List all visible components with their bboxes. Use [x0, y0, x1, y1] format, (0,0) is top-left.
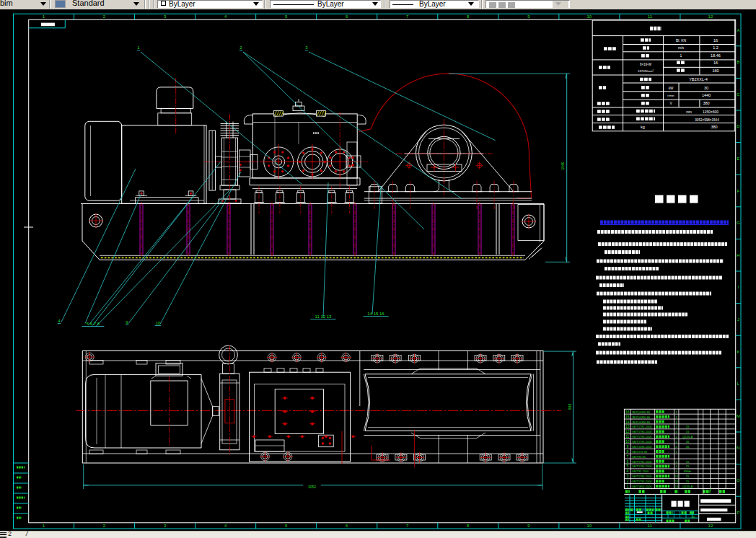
- svg-text:GB/T93-86: GB/T93-86: [632, 455, 646, 459]
- svg-text:1870N/mm²: 1870N/mm²: [638, 69, 654, 73]
- svg-text:7: 7: [626, 454, 628, 459]
- svg-text:GB/T5780-2000: GB/T5780-2000: [632, 430, 653, 433]
- svg-text:GB/T5782-2000: GB/T5782-2000: [632, 425, 653, 428]
- svg-text:14 15 16: 14 15 16: [367, 312, 384, 316]
- svg-text:C: C: [737, 92, 740, 97]
- svg-text:GB/T5780-2000: GB/T5780-2000: [632, 475, 653, 478]
- svg-text:16: 16: [713, 61, 718, 65]
- svg-text:65Mn: 65Mn: [684, 469, 692, 473]
- svg-text:M: M: [737, 414, 740, 418]
- svg-text:15: 15: [686, 425, 690, 428]
- svg-text:160: 160: [712, 69, 718, 73]
- svg-text:E: E: [737, 156, 739, 161]
- svg-text:380: 380: [703, 101, 709, 105]
- svg-text:15: 15: [686, 464, 690, 468]
- svg-text:GB/T95-2000: GB/T95-2000: [632, 469, 649, 473]
- svg-text:24: 24: [674, 485, 678, 488]
- svg-text:14: 14: [625, 420, 630, 424]
- svg-text:10: 10: [587, 14, 592, 19]
- svg-text:3052: 3052: [308, 485, 316, 489]
- svg-text:kg: kg: [641, 125, 645, 129]
- svg-text:JB/ZQ4390-86: JB/ZQ4390-86: [632, 415, 650, 419]
- svg-text:24: 24: [674, 475, 678, 478]
- svg-text:24: 24: [674, 480, 678, 483]
- svg-text:r/min: r/min: [667, 94, 674, 97]
- svg-text:1150×600: 1150×600: [703, 110, 718, 114]
- svg-text:kg: kg: [692, 515, 695, 519]
- svg-text:B: B: [737, 60, 739, 64]
- svg-text:Q235-A: Q235-A: [682, 435, 693, 438]
- svg-text:O: O: [737, 478, 740, 482]
- svg-text:6×19-W: 6×19-W: [640, 63, 652, 66]
- svg-text:K: K: [737, 350, 739, 354]
- svg-text:9: 9: [626, 444, 628, 449]
- svg-text:GB/T5780-2000: GB/T5780-2000: [632, 464, 653, 468]
- svg-text:15: 15: [625, 415, 630, 419]
- svg-text:998: 998: [568, 404, 572, 410]
- svg-text:GB/T5783-2000: GB/T5783-2000: [632, 440, 653, 444]
- svg-text:8: 8: [626, 449, 628, 454]
- svg-text:380: 380: [711, 125, 717, 129]
- svg-text:45: 45: [686, 445, 690, 449]
- svg-text:JB/ZQ4390-86: JB/ZQ4390-86: [632, 420, 650, 424]
- svg-text:45: 45: [686, 440, 690, 444]
- svg-text:3052×998×1544: 3052×998×1544: [695, 118, 719, 122]
- svg-text:15: 15: [686, 480, 690, 483]
- svg-text:F: F: [737, 189, 740, 193]
- svg-text:12: 12: [708, 14, 713, 19]
- svg-text:6: 6: [626, 459, 628, 464]
- svg-text:A: A: [737, 28, 739, 32]
- svg-text:15: 15: [686, 460, 690, 464]
- svg-text:H: H: [737, 253, 739, 257]
- svg-text:11: 11: [625, 434, 629, 438]
- svg-text:10: 10: [625, 439, 630, 444]
- svg-text:D: D: [737, 124, 740, 128]
- svg-text:30: 30: [704, 86, 708, 90]
- svg-text:10: 10: [156, 321, 161, 325]
- svg-text:mm: mm: [686, 110, 692, 114]
- svg-text:Bl. KN: Bl. KN: [676, 38, 687, 43]
- svg-text:P: P: [737, 511, 739, 515]
- svg-text:GB/T276-94: GB/T276-94: [632, 450, 648, 454]
- svg-text:m/s: m/s: [678, 45, 685, 50]
- svg-text:1440: 1440: [702, 93, 711, 97]
- svg-text:16: 16: [625, 410, 630, 414]
- svg-text:1540: 1540: [561, 162, 565, 169]
- svg-text:J: J: [737, 317, 739, 322]
- svg-text:Q235-A: Q235-A: [682, 485, 693, 488]
- svg-text:5: 5: [626, 464, 628, 468]
- svg-text:15: 15: [686, 430, 690, 433]
- svg-text:2: 2: [626, 479, 628, 483]
- svg-text:11: 11: [648, 14, 653, 19]
- svg-text:GB/T5780-2000: GB/T5780-2000: [632, 480, 653, 483]
- svg-text:1: 1: [680, 53, 682, 58]
- svg-text:GB/T1853-2000: GB/T1853-2000: [632, 485, 653, 488]
- svg-text:JB/ZQ4390-86: JB/ZQ4390-86: [632, 410, 650, 414]
- svg-text:1: 1: [626, 484, 628, 488]
- svg-text:GB/T5783-2000: GB/T5783-2000: [632, 435, 653, 438]
- svg-text:GB/T5782-2000: GB/T5782-2000: [632, 460, 653, 464]
- svg-text:15: 15: [686, 475, 690, 478]
- svg-text:12: 12: [625, 429, 630, 433]
- svg-text:N: N: [737, 446, 739, 450]
- svg-text:12: 12: [708, 524, 713, 528]
- svg-text:18.46: 18.46: [711, 53, 721, 58]
- svg-text:16: 16: [713, 38, 718, 43]
- svg-text:YB2XXL-4: YB2XXL-4: [689, 77, 708, 81]
- svg-text:4: 4: [626, 469, 628, 473]
- svg-text:kW: kW: [669, 87, 674, 90]
- svg-text:3: 3: [626, 474, 628, 478]
- svg-text:GB/T1096-2003: GB/T1096-2003: [632, 445, 652, 449]
- svg-text:13: 13: [625, 424, 630, 428]
- svg-text:G: G: [737, 221, 740, 225]
- svg-text:11: 11: [648, 524, 653, 528]
- svg-text:10: 10: [587, 524, 592, 528]
- svg-text:1.2: 1.2: [713, 45, 718, 50]
